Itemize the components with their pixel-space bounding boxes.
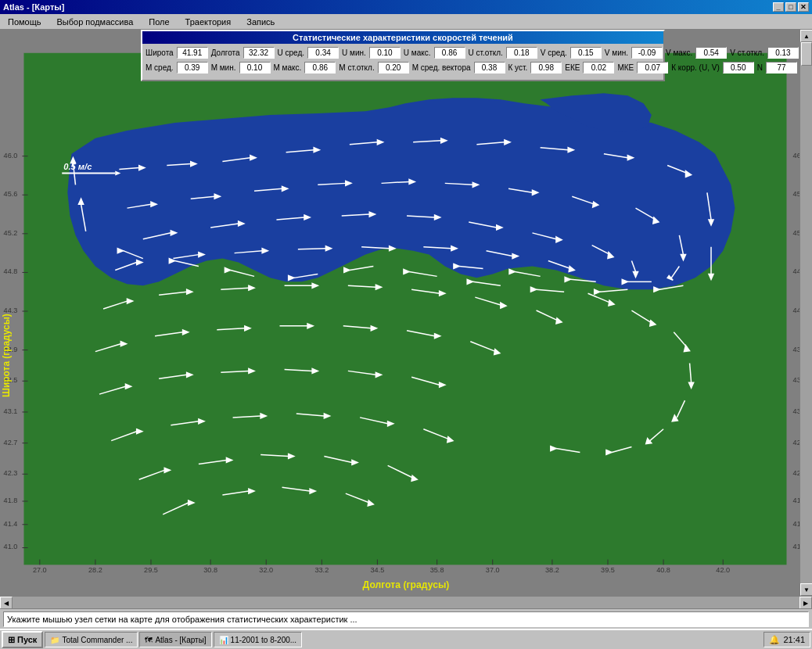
field-v-min: -0.09: [631, 47, 663, 59]
field-v-max: 0.54: [695, 47, 727, 59]
menu-trajectory[interactable]: Траектория: [181, 16, 236, 28]
svg-text:28.2: 28.2: [88, 566, 102, 574]
stats-dialog: Статистические характеристики скоростей …: [141, 30, 665, 81]
start-button[interactable]: ⊞ Пуск: [2, 631, 43, 648]
label-u-sred: U сред.: [278, 48, 305, 57]
svg-text:30.8: 30.8: [203, 566, 217, 574]
menu-submassiv[interactable]: Выбор подмассива: [52, 16, 138, 28]
stats-title: Статистические характеристики скоростей …: [142, 31, 663, 44]
chart-icon: 📊: [219, 636, 228, 644]
label-v-sred: V сред.: [541, 48, 567, 57]
folder-icon: 📁: [50, 636, 59, 644]
taskbar-chart-label: 11-2001 to 8-200...: [231, 636, 297, 644]
clock-display: 21:41: [783, 635, 805, 644]
svg-text:37.0: 37.0: [486, 566, 500, 574]
field-u-max: 0.86: [434, 47, 465, 59]
title-bar: Atlas - [Карты] _ □ ✕: [0, 0, 812, 14]
svg-text:44.8: 44.8: [4, 268, 18, 276]
status-bar: Укажите мышью узел сетки на карте для от…: [0, 608, 812, 629]
field-m-sred: 0.39: [177, 62, 208, 74]
scroll-left-button[interactable]: ◀: [0, 597, 13, 609]
svg-text:43.1: 43.1: [4, 407, 18, 415]
svg-text:46.0: 46.0: [4, 152, 18, 160]
field-u-std: 0.18: [506, 47, 537, 59]
svg-text:0.5 м/с: 0.5 м/с: [63, 162, 92, 171]
stats-row-1: Широта 41.91 Долгота 32.32 U сред. 0.34 …: [146, 47, 660, 59]
label-m-sred-vect: М сред. вектора: [412, 63, 471, 72]
svg-text:41.8: 41.8: [4, 497, 18, 504]
svg-text:39.5: 39.5: [601, 566, 615, 574]
content-area: 46.0 45.6 45.2 44.8 44.3 43.9 43.5 43.1 …: [0, 30, 812, 596]
scroll-h-track[interactable]: [13, 597, 799, 609]
label-eke: ЕКЕ: [565, 63, 580, 72]
scroll-down-button[interactable]: ▼: [800, 583, 812, 596]
label-m-std: М ст.откл.: [339, 63, 374, 72]
taskbar: ⊞ Пуск 📁 Total Commander ... 🗺 Atlas - […: [0, 629, 812, 649]
svg-text:27.0: 27.0: [33, 566, 47, 574]
stats-content: Широта 41.91 Долгота 32.32 U сред. 0.34 …: [142, 44, 663, 80]
svg-text:29.5: 29.5: [144, 566, 158, 574]
svg-text:38.2: 38.2: [545, 566, 559, 574]
start-label: Пуск: [17, 635, 37, 644]
svg-text:42.3: 42.3: [4, 469, 18, 477]
label-dolgota: Долгота: [211, 48, 240, 57]
label-u-std: U ст.откл.: [469, 48, 503, 57]
svg-text:41.0: 41.0: [4, 543, 18, 551]
label-n: N: [757, 63, 763, 72]
svg-text:34.5: 34.5: [371, 566, 385, 574]
label-v-max: V макс.: [666, 48, 692, 57]
label-v-min: V мин.: [605, 48, 628, 57]
label-v-std: V ст.откл.: [730, 48, 764, 57]
taskbar-tc-label: Total Commander ...: [62, 636, 132, 644]
label-m-sred: М сред.: [146, 63, 174, 72]
scroll-track[interactable]: [800, 42, 812, 583]
field-m-max: 0.86: [304, 62, 336, 74]
scroll-up-button[interactable]: ▲: [800, 30, 812, 42]
field-m-min: 0.10: [239, 62, 271, 74]
label-k-corr: К корр. (U, V): [671, 63, 719, 72]
window-icon: 🗺: [145, 636, 153, 644]
scroll-right-button[interactable]: ▶: [799, 597, 812, 609]
taskbar-total-commander[interactable]: 📁 Total Commander ...: [45, 632, 138, 647]
field-mke: 0.07: [637, 62, 668, 74]
title-bar-buttons: _ □ ✕: [773, 2, 809, 12]
menu-help[interactable]: Помощь: [3, 16, 46, 28]
menu-bar: Помощь Выбор подмассива Поле Траектория …: [0, 14, 812, 30]
field-v-std: 0.13: [767, 47, 799, 59]
field-u-sred: 0.34: [307, 47, 339, 59]
svg-text:Широта (градусы): Широта (градусы): [1, 314, 12, 397]
svg-text:32.0: 32.0: [259, 566, 273, 574]
label-u-max: U макс.: [404, 48, 431, 57]
svg-text:Долгота (градусы): Долгота (градусы): [363, 579, 450, 590]
field-v-sred: 0.15: [570, 47, 602, 59]
svg-text:33.2: 33.2: [314, 566, 329, 574]
menu-field[interactable]: Поле: [144, 16, 174, 28]
stats-row-2: М сред. 0.39 М мин. 0.10 М макс. 0.86 М …: [146, 62, 660, 74]
close-button[interactable]: ✕: [798, 2, 809, 12]
field-n: 77: [766, 62, 797, 74]
taskbar-chart[interactable]: 📊 11-2001 to 8-200...: [214, 632, 303, 647]
minimize-button[interactable]: _: [773, 2, 784, 12]
map-area: 46.0 45.6 45.2 44.8 44.3 43.9 43.5 43.1 …: [0, 30, 812, 596]
label-shirata: Широта: [146, 48, 174, 57]
outer-wrap: 46.0 45.6 45.2 44.8 44.3 43.9 43.5 43.1 …: [0, 30, 812, 629]
vertical-scrollbar[interactable]: ▲ ▼: [799, 30, 812, 596]
svg-text:45.2: 45.2: [4, 229, 18, 237]
svg-text:44.3: 44.3: [4, 307, 18, 314]
scroll-thumb[interactable]: [801, 42, 812, 66]
horizontal-scrollbar[interactable]: ◀ ▶: [0, 596, 812, 608]
maximize-button[interactable]: □: [785, 2, 796, 12]
svg-text:35.8: 35.8: [430, 566, 444, 574]
field-u-min: 0.10: [369, 47, 401, 59]
taskbar-atlas[interactable]: 🗺 Atlas - [Карты]: [139, 632, 211, 647]
field-k-ust: 0.98: [530, 62, 562, 74]
label-m-min: М мин.: [211, 63, 236, 72]
field-eke: 0.02: [583, 62, 614, 74]
svg-text:40.8: 40.8: [656, 566, 670, 574]
svg-line-176: [298, 249, 326, 249]
clock-area: 🔔 21:41: [763, 632, 810, 647]
field-k-corr: 0.50: [723, 62, 754, 74]
status-text: Укажите мышью узел сетки на карте для от…: [3, 611, 809, 627]
label-mke: МКЕ: [617, 63, 634, 72]
menu-record[interactable]: Запись: [242, 16, 279, 28]
